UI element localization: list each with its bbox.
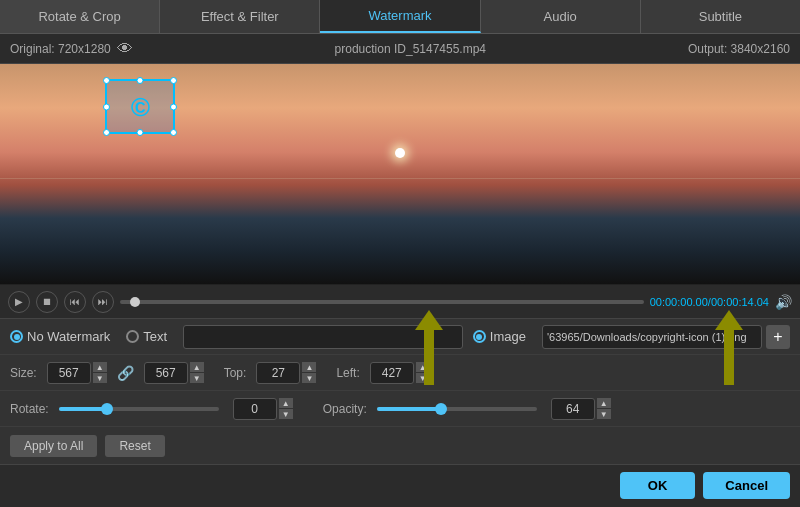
watermark-handle-tl[interactable] xyxy=(103,77,110,84)
final-buttons-bar: OK Cancel xyxy=(0,464,800,506)
size-height-control: ▲ ▼ xyxy=(144,362,204,384)
bottom-action-row: Apply to All Reset xyxy=(0,426,800,464)
rotate-up[interactable]: ▲ xyxy=(279,398,293,408)
filename-label: production ID_5147455.mp4 xyxy=(335,42,486,56)
size-height-spinners: ▲ ▼ xyxy=(190,362,204,383)
tab-bar: Rotate & Crop Effect & Filter Watermark … xyxy=(0,0,800,34)
apply-to-all-button[interactable]: Apply to All xyxy=(10,435,97,457)
size-height-down[interactable]: ▼ xyxy=(190,373,204,383)
tab-rotate-crop[interactable]: Rotate & Crop xyxy=(0,0,160,33)
opacity-label: Opacity: xyxy=(323,402,367,416)
rotate-spinners: ▲ ▼ xyxy=(279,398,293,419)
watermark-handle-tr[interactable] xyxy=(170,77,177,84)
progress-thumb[interactable] xyxy=(130,297,140,307)
watermark-handle-br[interactable] xyxy=(170,129,177,136)
rotate-slider-fill xyxy=(59,407,107,411)
opacity-up[interactable]: ▲ xyxy=(597,398,611,408)
left-up[interactable]: ▲ xyxy=(416,362,430,372)
rotate-down[interactable]: ▼ xyxy=(279,409,293,419)
time-display: 00:00:00.00/00:00:14.04 xyxy=(650,296,769,308)
text-label: Text xyxy=(143,329,167,344)
play-button[interactable]: ▶ xyxy=(8,291,30,313)
opacity-slider-fill xyxy=(377,407,441,411)
image-radio[interactable] xyxy=(473,330,486,343)
params-row-1: Size: ▲ ▼ 🔗 ▲ ▼ Top: ▲ ▼ Left: ▲ ▼ xyxy=(0,354,800,390)
left-down[interactable]: ▼ xyxy=(416,373,430,383)
no-watermark-option[interactable]: No Watermark xyxy=(10,329,110,344)
link-icon[interactable]: 🔗 xyxy=(117,365,134,381)
params-row-2: Rotate: ▲ ▼ Opacity: ▲ ▼ xyxy=(0,390,800,426)
opacity-down[interactable]: ▼ xyxy=(597,409,611,419)
tab-watermark[interactable]: Watermark xyxy=(320,0,480,33)
stop-button[interactable]: ⏹ xyxy=(36,291,58,313)
text-watermark-input[interactable] xyxy=(183,325,463,349)
watermark-handle-bl[interactable] xyxy=(103,129,110,136)
opacity-spinners: ▲ ▼ xyxy=(597,398,611,419)
no-watermark-radio[interactable] xyxy=(10,330,23,343)
left-label: Left: xyxy=(336,366,359,380)
top-input[interactable] xyxy=(256,362,300,384)
ok-button[interactable]: OK xyxy=(620,472,696,499)
file-info-left: Original: 720x1280 👁 xyxy=(10,40,133,58)
image-label: Image xyxy=(490,329,526,344)
rotate-slider-thumb[interactable] xyxy=(101,403,113,415)
top-down[interactable]: ▼ xyxy=(302,373,316,383)
cancel-button[interactable]: Cancel xyxy=(703,472,790,499)
file-info-bar: Original: 720x1280 👁 production ID_51474… xyxy=(0,34,800,64)
original-size-label: Original: 720x1280 xyxy=(10,42,111,56)
text-option[interactable]: Text xyxy=(126,329,167,344)
tab-audio[interactable]: Audio xyxy=(481,0,641,33)
watermark-handle-ml[interactable] xyxy=(103,103,110,110)
size-width-down[interactable]: ▼ xyxy=(93,373,107,383)
next-frame-button[interactable]: ⏭ xyxy=(92,291,114,313)
rotate-label: Rotate: xyxy=(10,402,49,416)
playback-bar: ▶ ⏹ ⏮ ⏭ 00:00:00.00/00:00:14.04 🔊 xyxy=(0,284,800,318)
left-spinners: ▲ ▼ xyxy=(416,362,430,383)
tab-effect-filter[interactable]: Effect & Filter xyxy=(160,0,320,33)
image-option[interactable]: Image xyxy=(473,329,526,344)
size-height-up[interactable]: ▲ xyxy=(190,362,204,372)
watermark-copyright-icon: © xyxy=(130,91,149,122)
eye-icon[interactable]: 👁 xyxy=(117,40,133,58)
size-width-control: ▲ ▼ xyxy=(47,362,107,384)
sun-graphic xyxy=(395,148,405,158)
opacity-value-control: ▲ ▼ xyxy=(551,398,611,420)
video-background: © xyxy=(0,64,800,284)
top-spinners: ▲ ▼ xyxy=(302,362,316,383)
reset-button[interactable]: Reset xyxy=(105,435,164,457)
left-input[interactable] xyxy=(370,362,414,384)
watermark-overlay[interactable]: © xyxy=(105,79,175,134)
watermark-handle-tm[interactable] xyxy=(137,77,144,84)
text-radio[interactable] xyxy=(126,330,139,343)
output-size-label: Output: 3840x2160 xyxy=(688,42,790,56)
size-width-spinners: ▲ ▼ xyxy=(93,362,107,383)
opacity-slider[interactable] xyxy=(377,407,537,411)
image-path-input[interactable] xyxy=(542,325,762,349)
watermark-handle-mr[interactable] xyxy=(170,103,177,110)
no-watermark-label: No Watermark xyxy=(27,329,110,344)
top-control: ▲ ▼ xyxy=(256,362,316,384)
volume-icon[interactable]: 🔊 xyxy=(775,294,792,310)
add-image-button[interactable]: + xyxy=(766,325,790,349)
top-up[interactable]: ▲ xyxy=(302,362,316,372)
opacity-slider-thumb[interactable] xyxy=(435,403,447,415)
rotate-slider[interactable] xyxy=(59,407,219,411)
watermark-handle-bm[interactable] xyxy=(137,129,144,136)
size-label: Size: xyxy=(10,366,37,380)
left-control: ▲ ▼ xyxy=(370,362,430,384)
opacity-input[interactable] xyxy=(551,398,595,420)
size-width-input[interactable] xyxy=(47,362,91,384)
watermark-options-row: No Watermark Text Image + xyxy=(0,318,800,354)
prev-frame-button[interactable]: ⏮ xyxy=(64,291,86,313)
horizon-line xyxy=(0,178,800,179)
size-height-input[interactable] xyxy=(144,362,188,384)
progress-bar[interactable] xyxy=(120,300,644,304)
rotate-value-control: ▲ ▼ xyxy=(233,398,293,420)
tab-subtitle[interactable]: Subtitle xyxy=(641,0,800,33)
top-label: Top: xyxy=(224,366,247,380)
size-width-up[interactable]: ▲ xyxy=(93,362,107,372)
video-preview: © xyxy=(0,64,800,284)
rotate-input[interactable] xyxy=(233,398,277,420)
